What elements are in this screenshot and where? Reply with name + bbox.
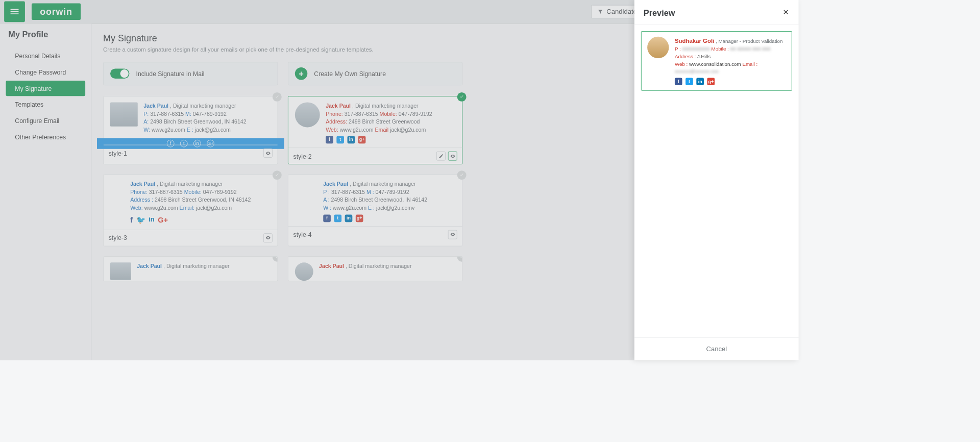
sidebar-title: My Profile	[0, 30, 91, 47]
sidebar-item-personal-details[interactable]: Personal Details	[6, 48, 85, 64]
avatar-icon	[647, 37, 669, 58]
sidebar-item-other-preferences[interactable]: Other Preferences	[6, 129, 85, 144]
cancel-button[interactable]: Cancel	[634, 337, 799, 360]
facebook-icon: f	[675, 78, 682, 85]
edit-button[interactable]	[436, 152, 446, 161]
check-indicator	[273, 92, 282, 102]
googleplus-icon: g+	[358, 136, 366, 144]
plus-icon: +	[295, 67, 307, 80]
googleplus-icon: g+	[707, 78, 715, 85]
pencil-icon	[438, 154, 444, 159]
preview-title: Preview	[644, 8, 675, 18]
avatar-icon	[295, 262, 313, 281]
facebook-icon: f	[323, 214, 331, 222]
signature-card-partial[interactable]: Jack Paul , Digital marketing manager	[288, 256, 462, 281]
linkedin-icon: in	[345, 214, 353, 222]
logo: oorwin	[32, 4, 81, 20]
create-own-signature-label: Create My Own Signature	[314, 70, 386, 77]
preview-signature-content: Sudhakar Goli , Manager - Product Valida…	[675, 37, 782, 85]
signature-content: Jack Paul , Digital marketing manager P:…	[143, 102, 246, 134]
preview-panel: Preview Sudhakar Goli , Manager - Produc…	[634, 0, 799, 360]
include-signature-box: Include Signature in Mail	[103, 62, 278, 85]
twitter-icon: 🐦	[136, 214, 145, 225]
eye-icon	[265, 235, 271, 241]
card-footer-label: style-1	[109, 150, 127, 157]
preview-button[interactable]	[263, 149, 273, 158]
signature-card-style-1[interactable]: Jack Paul , Digital marketing manager P:…	[103, 96, 278, 164]
card-footer-label: style-2	[293, 153, 312, 160]
hamburger-icon	[9, 6, 20, 17]
funnel-icon	[597, 9, 603, 14]
facebook-icon: f	[326, 136, 333, 144]
facebook-icon: f	[167, 140, 175, 148]
twitter-icon: t	[685, 78, 693, 85]
close-button[interactable]	[782, 8, 790, 18]
linkedin-icon: in	[696, 78, 704, 85]
include-signature-label: Include Signature in Mail	[136, 70, 205, 77]
twitter-icon: t	[334, 214, 341, 222]
signature-content: Jack Paul , Digital marketing manager P …	[323, 181, 427, 222]
avatar-icon	[110, 262, 131, 280]
sidebar: My Profile Personal Details Change Passw…	[0, 23, 91, 360]
card-footer-label: style-4	[293, 231, 312, 238]
signature-content: Jack Paul , Digital marketing manager Ph…	[130, 181, 251, 226]
eye-icon	[450, 232, 455, 237]
signature-content: Jack Paul , Digital marketing manager Ph…	[326, 102, 432, 143]
twitter-icon: t	[336, 136, 344, 144]
signature-card-style-2[interactable]: Jack Paul , Digital marketing manager Ph…	[288, 96, 462, 164]
close-icon	[782, 8, 790, 16]
signature-content: Jack Paul , Digital marketing manager	[137, 262, 229, 281]
check-indicator	[457, 92, 467, 102]
googleplus-icon: g+	[356, 214, 363, 222]
signature-card-style-4[interactable]: Jack Paul , Digital marketing manager P …	[288, 175, 462, 247]
signature-card-style-3[interactable]: Jack Paul , Digital marketing manager Ph…	[103, 175, 278, 247]
signature-content: Jack Paul , Digital marketing manager	[319, 262, 411, 281]
check-indicator	[273, 170, 282, 180]
menu-button[interactable]	[4, 1, 25, 22]
preview-button[interactable]	[263, 233, 273, 242]
check-indicator	[457, 170, 467, 180]
preview-button[interactable]	[448, 230, 457, 239]
facebook-icon: f	[130, 214, 133, 225]
sidebar-item-my-signature[interactable]: My Signature	[6, 81, 85, 96]
create-own-signature-box[interactable]: + Create My Own Signature	[288, 62, 462, 85]
eye-icon	[265, 151, 271, 156]
eye-icon	[450, 154, 455, 159]
twitter-icon: t	[180, 140, 188, 148]
googleplus-icon: G+	[158, 214, 168, 225]
googleplus-icon: G+	[207, 140, 214, 148]
card-footer-label: style-3	[109, 234, 127, 241]
signature-card-partial[interactable]: Jack Paul , Digital marketing manager	[103, 256, 278, 281]
sidebar-item-templates[interactable]: Templates	[6, 97, 85, 112]
avatar-icon	[295, 102, 320, 127]
preview-button[interactable]	[448, 152, 457, 161]
avatar-icon	[110, 102, 138, 126]
preview-card: Sudhakar Goli , Manager - Product Valida…	[641, 31, 792, 91]
linkedin-icon: in	[348, 136, 355, 144]
linkedin-icon: in	[149, 214, 155, 225]
include-signature-toggle[interactable]	[110, 68, 129, 79]
sidebar-item-change-password[interactable]: Change Password	[6, 64, 85, 80]
linkedin-icon: in	[193, 140, 201, 148]
sidebar-item-configure-email[interactable]: Configure Email	[6, 113, 85, 129]
